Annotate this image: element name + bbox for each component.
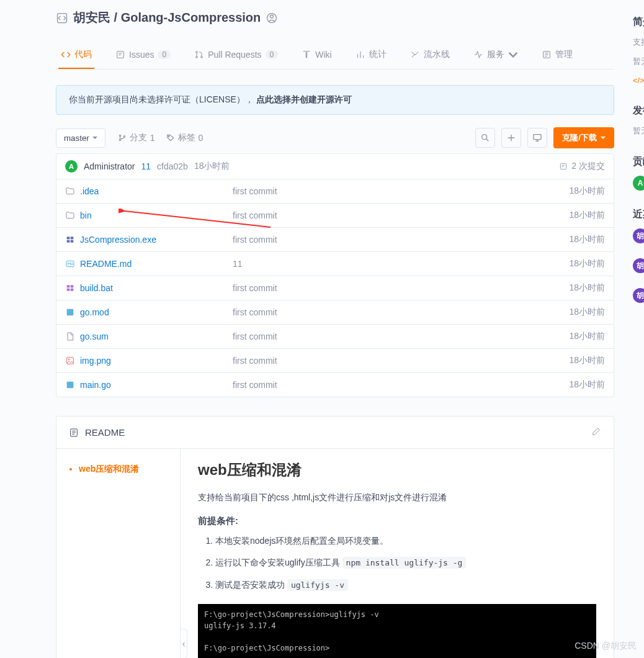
svg-rect-23 xyxy=(67,289,70,291)
file-commit-msg[interactable]: first commit xyxy=(233,283,569,293)
readme-toc: web压缩和混淆 ‹ xyxy=(56,449,181,658)
caret-down-icon xyxy=(92,135,97,140)
repo-icon xyxy=(56,12,68,24)
activity-avatar[interactable]: 胡 xyxy=(633,288,644,303)
monitor-icon xyxy=(532,133,542,143)
tab-issues[interactable]: Issues 0 xyxy=(113,42,173,69)
readme-list-item: 本地安装nodejs环境然后配置全局环境变量。 xyxy=(215,533,596,549)
repo-owner-link[interactable]: 胡安民 xyxy=(73,11,110,24)
file-name-link[interactable]: JsCompression.exe xyxy=(65,235,233,245)
file-time: 18小时前 xyxy=(569,379,605,390)
svg-rect-22 xyxy=(71,285,74,287)
tab-service[interactable]: 服务 xyxy=(471,42,521,69)
readme-subheading: 前提条件: xyxy=(198,515,596,527)
file-time: 18小时前 xyxy=(569,210,605,221)
file-time: 18小时前 xyxy=(569,234,605,245)
tab-wiki[interactable]: Wiki xyxy=(299,42,334,69)
commits-count-link[interactable]: 2 次提交 xyxy=(559,161,605,172)
tab-pull-requests[interactable]: Pull Requests 0 xyxy=(192,42,280,69)
file-commit-msg[interactable]: first commit xyxy=(233,380,569,390)
file-row: img.pngfirst commit18小时前 xyxy=(56,349,614,373)
file-commit-msg[interactable]: first commit xyxy=(233,307,569,317)
side-no-labels: 暂无标签 xyxy=(633,55,644,68)
activity-avatar[interactable]: 胡 xyxy=(633,228,644,243)
file-commit-msg[interactable]: first commit xyxy=(233,356,569,366)
file-commit-msg[interactable]: first commit xyxy=(233,210,569,220)
file-name-link[interactable]: go.mod xyxy=(65,307,233,317)
svg-point-10 xyxy=(123,136,125,137)
file-name-link[interactable]: bin xyxy=(65,210,233,220)
search-button[interactable] xyxy=(475,128,495,148)
clone-download-button[interactable]: 克隆/下载 xyxy=(553,127,614,148)
branch-icon xyxy=(118,133,127,142)
file-time: 18小时前 xyxy=(569,282,605,294)
file-name-link[interactable]: build.bat xyxy=(65,283,233,293)
file-time: 18小时前 xyxy=(569,355,605,366)
pipeline-icon xyxy=(410,50,420,60)
issues-count-badge: 0 xyxy=(158,50,171,59)
side-recent-heading: 近期动态 xyxy=(633,208,644,221)
activity-avatar[interactable]: 胡 xyxy=(633,258,644,273)
tab-pipeline[interactable]: 流水线 xyxy=(408,42,452,69)
file-row: .ideafirst commit18小时前 xyxy=(56,179,614,204)
file-type-icon xyxy=(65,259,75,269)
commit-avatar: A xyxy=(65,160,78,173)
svg-point-6 xyxy=(201,56,203,58)
file-time: 18小时前 xyxy=(569,186,605,197)
toc-item[interactable]: web压缩和混淆 xyxy=(79,464,180,475)
commit-time: 18小时前 xyxy=(194,161,230,172)
caret-down-icon xyxy=(601,135,606,140)
tab-stats[interactable]: 统计 xyxy=(353,42,389,69)
toc-collapse-handle[interactable]: ‹ xyxy=(180,629,187,658)
file-type-icon xyxy=(65,307,75,317)
manage-icon xyxy=(542,50,552,60)
file-commit-msg[interactable]: first commit xyxy=(233,331,569,341)
repo-name-link[interactable]: Golang-JsCompression xyxy=(121,11,261,24)
webide-button[interactable] xyxy=(527,128,547,148)
readme-icon xyxy=(69,428,79,438)
file-row: build.batfirst commit18小时前 xyxy=(56,276,614,300)
tags-link[interactable]: 标签 0 xyxy=(166,132,203,143)
file-name-link[interactable]: img.png xyxy=(65,356,233,366)
repo-header: 胡安民 / Golang-JsCompression xyxy=(56,9,614,26)
contributor-avatar[interactable]: A xyxy=(633,176,644,191)
file-name-link[interactable]: main.go xyxy=(65,380,233,390)
readme-title: README xyxy=(85,427,125,438)
branch-select[interactable]: master xyxy=(56,128,105,148)
branches-link[interactable]: 分支 1 xyxy=(118,132,155,143)
svg-point-2 xyxy=(271,15,274,18)
svg-rect-19 xyxy=(71,240,74,243)
file-type-icon xyxy=(65,380,75,390)
file-commit-msg[interactable]: 11 xyxy=(233,259,569,269)
file-commit-msg[interactable]: first commit xyxy=(233,235,569,245)
file-type-icon xyxy=(65,210,75,220)
file-type-icon xyxy=(65,356,75,366)
readme-card: README web压缩和混淆 ‹ web压缩和混淆 支持给当前项目下的css … xyxy=(56,416,614,658)
chevron-down-icon xyxy=(508,50,518,60)
commit-message[interactable]: 11 xyxy=(141,161,151,171)
file-commit-msg[interactable]: first commit xyxy=(233,186,569,196)
search-icon xyxy=(480,133,490,143)
readme-list-item: 运行以下命令安装uglify压缩工具 npm install uglify-js… xyxy=(215,555,596,570)
donate-icon[interactable] xyxy=(266,12,278,24)
license-choose-link[interactable]: 点此选择并创建开源许可 xyxy=(256,94,352,104)
commit-user[interactable]: Administrator xyxy=(84,161,135,171)
file-type-icon xyxy=(65,186,75,196)
file-name-link[interactable]: go.sum xyxy=(65,331,233,341)
latest-commit: A Administrator 11 cfda02b 18小时前 2 次提交 xyxy=(56,153,614,179)
side-intro-text: 支持给当前项目下的css ,html,js文件进行压缩和对js文件进行混淆 xyxy=(633,36,644,49)
file-type-icon xyxy=(65,235,75,245)
svg-point-12 xyxy=(482,135,487,140)
file-name-link[interactable]: README.md xyxy=(65,259,233,269)
commit-sha[interactable]: cfda02b xyxy=(157,161,188,171)
tab-manage[interactable]: 管理 xyxy=(539,42,575,69)
readme-edit-button[interactable] xyxy=(591,426,601,438)
edit-icon xyxy=(591,426,601,436)
add-button[interactable] xyxy=(501,128,521,148)
side-intro-heading: 简介 xyxy=(633,16,644,29)
tab-code[interactable]: 代码 xyxy=(58,42,94,69)
service-icon xyxy=(473,50,483,60)
file-name-link[interactable]: .idea xyxy=(65,186,233,196)
svg-point-4 xyxy=(196,52,198,53)
svg-rect-28 xyxy=(67,382,74,389)
